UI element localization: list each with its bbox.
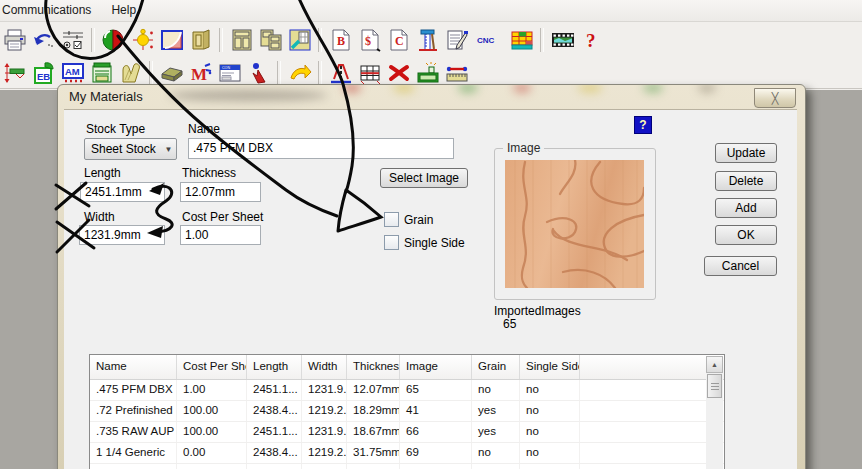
table-cell: 12.07mm [347,380,400,400]
table-cell: 69 [400,443,472,463]
menu-bar: Communications Help [0,0,862,22]
table-grid-icon[interactable] [356,59,383,86]
column-header[interactable]: Name [90,355,177,379]
table-row[interactable]: 1 1/4 Generic0.002438.4...1219.2...31.75… [90,443,724,464]
column-header[interactable]: Length [247,355,302,379]
column-header[interactable]: Image [400,355,472,379]
table-cell: .72 Prefinished Maple [90,401,177,421]
materials-table: NameCost Per SheetLengthWidthThicknessIm… [89,354,725,469]
cnc-label-icon[interactable]: CNC [472,26,506,53]
column-header[interactable]: Cost Per Sheet [177,355,247,379]
table-cell: yes [472,401,520,421]
undo-icon[interactable] [30,26,57,53]
cabinet-icon[interactable] [228,26,255,53]
svg-text:CON: CON [222,66,230,70]
menu-communications[interactable]: Communications [0,0,101,21]
toolbar-separator [540,28,544,52]
node-edit-icon[interactable] [129,26,156,53]
toolbar-separator [318,28,322,52]
table-cell: 1219.2... [302,443,347,463]
scroll-up-button[interactable]: ▲ [706,356,723,373]
doc-dollar-icon[interactable]: $ [356,26,383,53]
table-row[interactable]: 1/2 Generic Dbx35.003600mm1200mm12.7mmF-… [90,464,724,469]
table-row[interactable]: .72 Prefinished Maple100.002438.4...1219… [90,401,724,422]
doc-b-icon[interactable]: B [327,26,354,53]
scrollbar-thumb[interactable] [707,374,722,398]
blur-smudge [393,85,415,93]
update-button[interactable]: Update [715,143,777,163]
length-input[interactable]: 2451.1mm [80,182,165,202]
window-console-icon[interactable]: CON [216,59,243,86]
cancel-button[interactable]: Cancel [704,256,777,276]
table-cell: 1.00 [177,380,247,400]
filmstrip-icon[interactable] [549,26,576,53]
svg-text:CNC: CNC [477,36,495,45]
delete-button[interactable]: Delete [715,171,777,191]
column-header[interactable]: Grain [472,355,520,379]
table-scrollbar: ▲ [706,356,723,469]
am-badge-icon[interactable]: AM [59,59,86,86]
add-button[interactable]: Add [715,198,777,218]
menu-help[interactable]: Help [101,0,146,21]
blur-smudge [513,85,531,93]
table-body: .475 PFM DBX1.002451.1...1231.9...12.07m… [90,380,724,469]
name-input[interactable]: .475 PFM DBX [188,138,454,159]
ruler-span-icon[interactable] [443,59,470,86]
door-icon[interactable] [187,26,214,53]
ruler-hammer-icon[interactable] [414,26,441,53]
table-cell: 65 [400,380,472,400]
select-image-button[interactable]: Select Image [380,168,468,188]
thickness-input[interactable]: 12.07mm [180,182,261,202]
delete-x-icon[interactable] [385,59,412,86]
cost-per-sheet-input[interactable]: 1.00 [180,225,261,245]
hutch-icon[interactable] [88,59,115,86]
free-shape-icon[interactable] [117,59,144,86]
help-question-icon[interactable]: ? [578,26,605,53]
table-cell: 18.29mm [347,401,400,421]
m-logo-icon[interactable]: M [187,59,214,86]
eb-badge-icon[interactable]: EB [30,59,57,86]
color-grid-icon[interactable] [508,26,535,53]
table-row[interactable]: .735 RAW AUP100.002451.1...1231.9...18.6… [90,422,724,443]
column-header[interactable]: Width [302,355,347,379]
dimension-arrows-icon[interactable] [1,59,28,86]
help-icon[interactable]: ? [634,116,652,134]
image-groupbox: Image [494,148,656,300]
single-side-checkbox[interactable] [384,235,399,250]
column-header[interactable]: Single Side [520,355,580,379]
table-cell: 2451.1... [247,380,302,400]
grain-checkbox[interactable] [384,212,399,227]
options-icon[interactable] [59,26,86,53]
stock-type-value: Sheet Stock [85,142,161,156]
close-button[interactable]: ╳ [754,88,796,108]
stock-type-combobox[interactable]: Sheet Stock ▼ [84,138,177,160]
tray-3d-icon[interactable] [158,59,185,86]
table-cell: 100.00 [177,422,247,442]
table-row[interactable]: .475 PFM DBX1.002451.1...1231.9...12.07m… [90,380,724,401]
cabinet-group-icon[interactable] [257,26,284,53]
printer-icon[interactable] [1,26,28,53]
table-cell: 0.00 [177,443,247,463]
single-side-label: Single Side [404,236,465,250]
machine-icon[interactable] [414,59,441,86]
table-cell: 66 [400,422,472,442]
chevron-down-icon: ▼ [161,145,176,154]
table-cell: yes [472,422,520,442]
dialog-title-bar[interactable]: My Materials [58,85,805,109]
table-cell: 1231.9... [302,380,347,400]
table-cell: 1 1/4 Generic [90,443,177,463]
doc-edit-icon[interactable] [443,26,470,53]
blur-smudge [458,85,478,93]
material-sphere-icon[interactable] [100,26,127,53]
ok-button[interactable]: OK [715,225,777,245]
road-profile-icon[interactable] [327,59,354,86]
crown-molding-icon[interactable] [158,26,185,53]
column-header[interactable]: Thickness [347,355,400,379]
pointer-icon[interactable] [245,59,272,86]
toolbar-separator [149,61,153,85]
doc-c-icon[interactable]: C [385,26,412,53]
width-input[interactable]: 1231.9mm [79,225,165,245]
blur-smudge [343,85,361,93]
plan-view-icon[interactable] [286,26,313,53]
curved-arrow-icon[interactable] [286,59,313,86]
